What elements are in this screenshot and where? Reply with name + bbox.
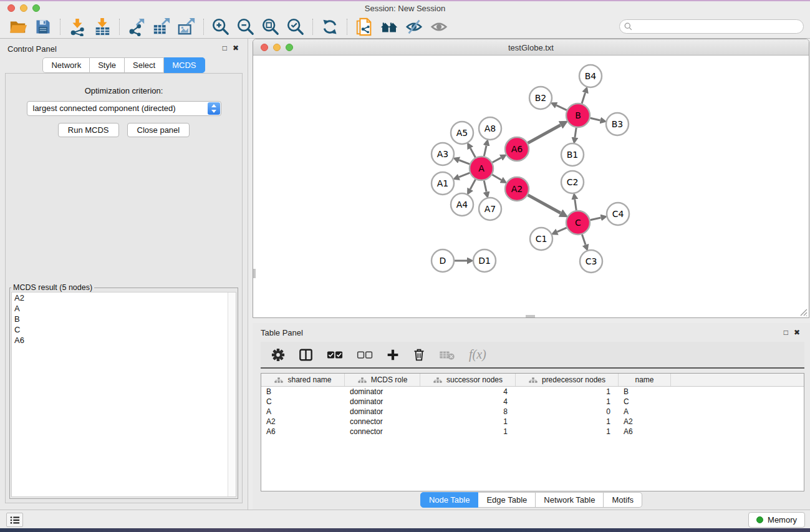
tab-mcds[interactable]: MCDS xyxy=(164,57,205,73)
search-input[interactable] xyxy=(635,22,803,31)
table-row[interactable]: A2connector11A2 xyxy=(261,417,804,427)
graph-edge-A-A8[interactable] xyxy=(484,145,486,156)
result-list-item[interactable]: B xyxy=(12,314,236,324)
graph-node-B2[interactable]: B2 xyxy=(529,87,552,109)
tab-node-table[interactable]: Node Table xyxy=(420,492,479,508)
column-header-name[interactable]: name xyxy=(619,374,671,386)
table-row[interactable]: Adominator80A xyxy=(261,407,804,417)
graph-node-A3[interactable]: A3 xyxy=(432,143,454,165)
graph-node-A6[interactable]: A6 xyxy=(505,137,529,161)
graph-node-C1[interactable]: C1 xyxy=(530,228,552,250)
graph-node-C[interactable]: C xyxy=(566,211,590,235)
export-table-button[interactable] xyxy=(151,17,172,37)
column-header-shared-name[interactable]: shared name xyxy=(261,374,345,386)
graph-edge-A-A1[interactable] xyxy=(459,173,470,177)
open-file-button[interactable] xyxy=(7,17,29,37)
graph-node-B3[interactable]: B3 xyxy=(606,113,629,135)
graph-edge-A-A7[interactable] xyxy=(484,181,486,192)
graph-node-D[interactable]: D xyxy=(432,249,454,272)
graph-node-A1[interactable]: A1 xyxy=(432,172,454,195)
network-canvas[interactable]: B4B2BB3A8A5A6A3B1AA1C2A2A4A7C4CC1C3DD1 xyxy=(253,56,809,317)
resize-grip-icon[interactable] xyxy=(799,307,808,316)
graph-node-A2[interactable]: A2 xyxy=(505,177,529,201)
function-builder-button[interactable]: f(x) xyxy=(469,347,486,362)
graph-node-B[interactable]: B xyxy=(566,104,590,127)
panel-menu-button[interactable] xyxy=(6,513,23,527)
graph-node-D1[interactable]: D1 xyxy=(473,249,496,272)
close-panel-icon[interactable]: ✖ xyxy=(794,328,800,337)
mcds-result-list[interactable]: A2ABCA6 xyxy=(11,292,236,497)
graph-node-C3[interactable]: C3 xyxy=(580,250,602,273)
export-image-button[interactable] xyxy=(176,17,197,37)
graph-edge-B-B3[interactable] xyxy=(591,118,600,120)
graph-node-A8[interactable]: A8 xyxy=(479,117,501,140)
delete-table-button[interactable] xyxy=(439,349,455,360)
result-list-item[interactable]: A xyxy=(12,303,236,314)
close-panel-icon[interactable]: ✖ xyxy=(233,44,239,52)
search-field[interactable] xyxy=(619,19,804,34)
graph-edge-A2-C[interactable] xyxy=(528,195,561,213)
graph-edge-A-A5[interactable] xyxy=(470,148,475,158)
table-row[interactable]: A6connector11A6 xyxy=(261,427,804,437)
result-list-item[interactable]: C xyxy=(12,324,236,335)
save-session-button[interactable] xyxy=(32,17,54,37)
column-header-MCDS-role[interactable]: MCDS role xyxy=(345,374,420,386)
show-all-button[interactable] xyxy=(428,17,450,37)
graph-edge-C-C2[interactable] xyxy=(575,200,576,210)
graph-edge-A-A4[interactable] xyxy=(470,180,475,190)
float-panel-icon[interactable]: □ xyxy=(784,328,788,337)
pane-divider-handle[interactable] xyxy=(253,269,256,278)
refresh-button[interactable] xyxy=(319,17,340,37)
table-row[interactable]: Cdominator41C xyxy=(261,397,804,407)
result-scrollbar[interactable] xyxy=(228,293,236,496)
pane-divider-handle[interactable] xyxy=(526,315,535,317)
graph-edge-C-C1[interactable] xyxy=(557,228,567,232)
column-header-successor-nodes[interactable]: successor nodes xyxy=(420,374,516,386)
first-neighbors-button[interactable] xyxy=(378,17,400,37)
graph-edge-A-A6[interactable] xyxy=(493,158,501,163)
float-panel-icon[interactable]: □ xyxy=(223,44,227,52)
zoom-fit-button[interactable] xyxy=(260,17,281,37)
network-graph[interactable]: B4B2BB3A8A5A6A3B1AA1C2A2A4A7C4CC1C3DD1 xyxy=(253,56,809,317)
table-settings-button[interactable] xyxy=(271,348,285,362)
graph-edge-B-B2[interactable] xyxy=(556,105,567,110)
graph-node-A4[interactable]: A4 xyxy=(451,193,473,216)
deselect-all-button[interactable] xyxy=(357,350,373,360)
result-list-item[interactable]: A2 xyxy=(12,293,236,303)
criterion-dropdown[interactable]: largest connected component (directed) xyxy=(27,101,221,116)
graph-node-C2[interactable]: C2 xyxy=(561,171,584,193)
tab-network-table[interactable]: Network Table xyxy=(536,492,604,508)
graph-node-A7[interactable]: A7 xyxy=(479,198,501,220)
graph-node-A5[interactable]: A5 xyxy=(451,122,473,144)
memory-button[interactable]: Memory xyxy=(748,512,805,528)
hide-selected-button[interactable] xyxy=(403,17,425,37)
graph-edge-A6-B[interactable] xyxy=(528,125,561,143)
column-header-predecessor-nodes[interactable]: predecessor nodes xyxy=(516,374,619,386)
table-row[interactable]: Bdominator41B xyxy=(261,387,804,397)
graph-edge-A-A2[interactable] xyxy=(492,175,501,180)
zoom-in-button[interactable] xyxy=(210,17,231,37)
graph-node-C4[interactable]: C4 xyxy=(607,203,629,225)
split-view-button[interactable] xyxy=(299,348,313,362)
graph-node-B1[interactable]: B1 xyxy=(561,143,584,166)
delete-columns-button[interactable] xyxy=(413,348,425,362)
import-table-button[interactable] xyxy=(92,17,113,37)
close-panel-button[interactable]: Close panel xyxy=(127,123,190,137)
graph-edge-C-C4[interactable] xyxy=(591,218,601,220)
run-mcds-button[interactable]: Run MCDS xyxy=(58,123,119,137)
select-all-button[interactable] xyxy=(327,350,343,360)
result-list-item[interactable]: A6 xyxy=(12,335,236,346)
graph-edge-C-C3[interactable] xyxy=(582,235,586,245)
import-network-button[interactable] xyxy=(67,17,88,37)
add-column-button[interactable] xyxy=(387,349,399,361)
tab-network[interactable]: Network xyxy=(42,57,90,73)
tab-edge-table[interactable]: Edge Table xyxy=(478,492,536,508)
network-window-titlebar[interactable]: testGlobe.txt xyxy=(253,39,809,56)
new-network-from-selection-button[interactable] xyxy=(354,17,375,37)
graph-edge-B-B4[interactable] xyxy=(582,93,585,104)
zoom-selected-button[interactable] xyxy=(285,17,306,37)
graph-edge-B-B1[interactable] xyxy=(575,128,576,137)
tab-motifs[interactable]: Motifs xyxy=(604,492,642,508)
tab-style[interactable]: Style xyxy=(90,57,125,73)
tab-select[interactable]: Select xyxy=(125,57,164,73)
